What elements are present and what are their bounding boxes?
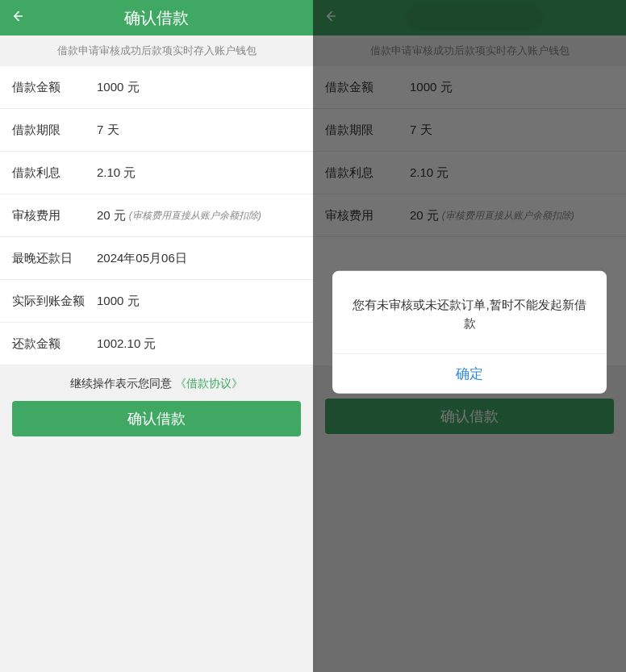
row-review-fee: 审核费用 20 元 (审核费用直接从账户余额扣除)	[0, 194, 313, 237]
row-loan-amount: 借款金额 1000 元	[313, 66, 626, 109]
modal-message: 您有未审核或未还款订单,暂时不能发起新借款	[332, 270, 607, 353]
details-list: 借款金额 1000 元 借款期限 7 天 借款利息 2.10 元 审核费用 20…	[313, 66, 626, 237]
back-arrow-icon	[323, 8, 339, 27]
agree-text: 继续操作表示您同意	[70, 377, 172, 390]
confirm-button[interactable]: 确认借款	[325, 399, 614, 434]
back-button[interactable]	[323, 0, 339, 35]
header	[313, 0, 626, 35]
row-value: 1000 元	[97, 80, 140, 95]
row-value: 20 元	[410, 208, 439, 223]
confirm-button[interactable]: 确认借款	[12, 401, 301, 436]
row-label: 审核费用	[12, 208, 97, 223]
header: 确认借款	[0, 0, 313, 35]
row-loan-amount: 借款金额 1000 元	[0, 66, 313, 109]
row-label: 借款金额	[12, 80, 97, 95]
modal-ok-button[interactable]: 确定	[332, 353, 607, 394]
row-label: 借款期限	[325, 123, 410, 138]
row-label: 借款金额	[325, 80, 410, 95]
row-label: 审核费用	[325, 208, 410, 223]
title-mask	[406, 5, 543, 31]
row-interest: 借款利息 2.10 元	[313, 152, 626, 194]
row-review-fee: 审核费用 20 元 (审核费用直接从账户余额扣除)	[313, 194, 626, 237]
row-loan-term: 借款期限 7 天	[0, 109, 313, 152]
right-panel: 借款申请审核成功后款项实时存入账户钱包 借款金额 1000 元 借款期限 7 天…	[313, 0, 626, 672]
notice-bar: 借款申请审核成功后款项实时存入账户钱包	[0, 35, 313, 66]
agreement-line: 继续操作表示您同意 《借款协议》	[0, 365, 313, 401]
row-received-amount: 实际到账金额 1000 元	[0, 280, 313, 323]
row-value: 7 天	[410, 123, 432, 138]
row-label: 实际到账金额	[12, 294, 97, 309]
left-panel: 确认借款 借款申请审核成功后款项实时存入账户钱包 借款金额 1000 元 借款期…	[0, 0, 313, 672]
row-label: 最晚还款日	[12, 251, 97, 266]
row-repay-amount: 还款金额 1002.10 元	[0, 323, 313, 365]
fee-note: (审核费用直接从账户余额扣除)	[442, 209, 574, 223]
row-value: 7 天	[97, 123, 119, 138]
back-arrow-icon	[10, 8, 26, 27]
row-value: 1002.10 元	[97, 336, 156, 352]
row-value: 2024年05月06日	[97, 251, 187, 266]
row-label: 还款金额	[12, 336, 97, 352]
page-title: 确认借款	[124, 7, 189, 29]
agreement-link[interactable]: 《借款协议》	[175, 377, 243, 390]
back-button[interactable]	[10, 0, 26, 35]
notice-bar: 借款申请审核成功后款项实时存入账户钱包	[313, 35, 626, 66]
row-value: 1000 元	[410, 80, 453, 95]
row-value: 20 元	[97, 208, 126, 223]
fee-note: (审核费用直接从账户余额扣除)	[129, 209, 261, 223]
row-loan-term: 借款期限 7 天	[313, 109, 626, 152]
row-label: 借款利息	[12, 165, 97, 181]
row-label: 借款期限	[12, 123, 97, 138]
alert-modal: 您有未审核或未还款订单,暂时不能发起新借款 确定	[332, 270, 607, 394]
row-value: 2.10 元	[97, 165, 136, 181]
row-label: 借款利息	[325, 165, 410, 181]
details-list: 借款金额 1000 元 借款期限 7 天 借款利息 2.10 元 审核费用 20…	[0, 66, 313, 365]
row-value: 1000 元	[97, 294, 140, 309]
row-value: 2.10 元	[410, 165, 449, 181]
row-due-date: 最晚还款日 2024年05月06日	[0, 237, 313, 280]
row-interest: 借款利息 2.10 元	[0, 152, 313, 194]
